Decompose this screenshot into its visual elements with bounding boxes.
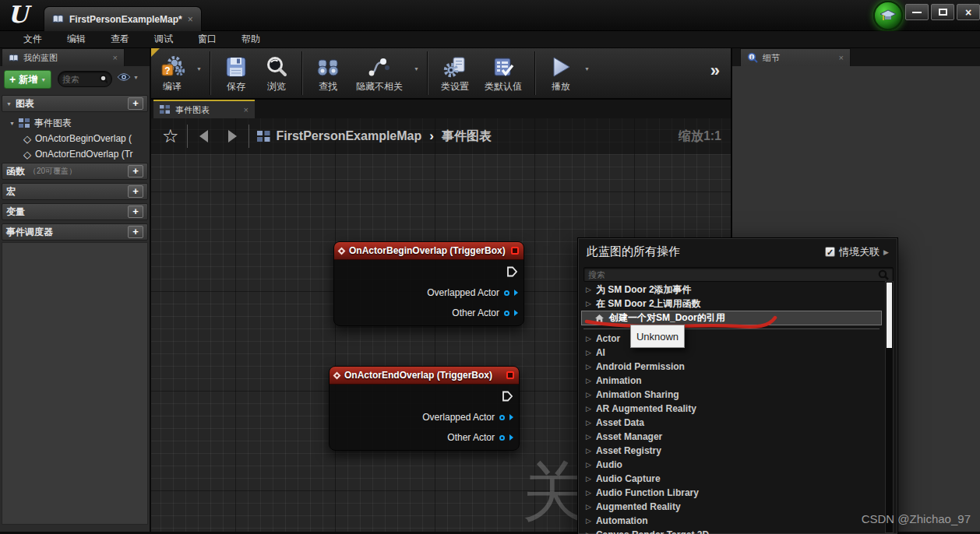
menu-help[interactable]: 帮助: [231, 31, 271, 47]
zoom-level-label: 缩放1:1: [679, 128, 721, 145]
compile-button[interactable]: ? 编译: [151, 48, 193, 98]
popup-create-reference-item[interactable]: 创建一个对SM_Door的引用: [581, 311, 882, 325]
menu-view[interactable]: 查看: [100, 31, 140, 47]
other-actor-pin[interactable]: Other Actor: [452, 307, 518, 318]
add-new-button[interactable]: + 新增 ▼: [4, 70, 51, 89]
exec-output-pin[interactable]: [506, 266, 518, 280]
popup-action-call-function[interactable]: ▷ 在 SM Door 2上调用函数: [579, 297, 884, 311]
popup-search-input[interactable]: [588, 270, 878, 279]
overlapped-actor-pin[interactable]: Overlapped Actor: [422, 412, 513, 423]
blueprint-search-field[interactable]: [58, 71, 112, 87]
object-pin-icon: [499, 415, 505, 420]
popup-scrollbar-thumb[interactable]: [887, 283, 892, 348]
maximize-button[interactable]: [931, 4, 954, 20]
nav-back-icon[interactable]: [196, 128, 213, 145]
graphs-section-header[interactable]: ▼ 图表 +: [2, 95, 148, 112]
details-tab-close-icon[interactable]: ×: [839, 53, 844, 62]
play-options-dropdown[interactable]: ▼: [581, 39, 593, 98]
class-defaults-icon: [491, 54, 516, 79]
my-blueprint-tab[interactable]: 我的蓝图 ×: [2, 48, 125, 66]
overlapped-actor-pin[interactable]: Overlapped Actor: [427, 287, 518, 298]
popup-category-ar-augmented-reality[interactable]: ▷AR Augmented Reality: [579, 402, 884, 416]
asset-tab[interactable]: FirstPersonExampleMap* ×: [44, 6, 202, 31]
popup-scrollbar[interactable]: [885, 281, 894, 533]
add-variable-button[interactable]: +: [128, 206, 143, 218]
macros-section-header[interactable]: 宏 +: [2, 183, 148, 200]
pin-arrow-icon: [509, 414, 513, 420]
tutorial-button[interactable]: [873, 1, 903, 30]
variables-section-header[interactable]: 变量 +: [2, 203, 148, 220]
save-button[interactable]: 保存: [216, 48, 256, 98]
menu-debug[interactable]: 调试: [143, 31, 184, 47]
chevron-right-icon: ▶: [883, 248, 889, 256]
popup-category-animation-sharing[interactable]: ▷Animation Sharing: [579, 388, 884, 402]
popup-category-audio[interactable]: ▷Audio: [579, 458, 884, 472]
find-button[interactable]: 查找: [308, 48, 348, 98]
toolbar-overflow-button[interactable]: »: [710, 61, 731, 86]
popup-category-actor[interactable]: ▷Actor: [579, 332, 884, 346]
nav-forward-icon[interactable]: [224, 128, 241, 145]
event-begin-overlap-item[interactable]: ◇ OnActorBeginOverlap (: [0, 131, 150, 146]
menu-edit[interactable]: 编辑: [56, 31, 97, 47]
popup-category-label: Audio: [596, 459, 622, 470]
expander-icon: ▷: [586, 419, 591, 427]
popup-category-asset-manager[interactable]: ▷Asset Manager: [579, 430, 884, 444]
breadcrumb-current[interactable]: 事件图表: [442, 128, 492, 145]
popup-action-add-event[interactable]: ▷ 为 SM Door 2添加事件: [579, 283, 884, 297]
close-button[interactable]: ×: [957, 4, 980, 20]
popup-category-automation[interactable]: ▷Automation: [579, 514, 884, 528]
visibility-filter-button[interactable]: ▼: [117, 72, 139, 82]
node-on-actor-begin-overlap[interactable]: OnActorBeginOverlap (TriggerBox) Overlap…: [333, 241, 524, 326]
functions-section-header[interactable]: 函数 （20可覆盖） +: [2, 163, 148, 180]
menu-file[interactable]: 文件: [12, 31, 53, 47]
save-floppy-icon: [224, 54, 249, 79]
event-graph-tab[interactable]: 事件图表 ×: [153, 100, 255, 118]
add-macro-button[interactable]: +: [128, 185, 143, 198]
play-button[interactable]: 播放: [541, 48, 581, 98]
popup-category-canvas-render-target[interactable]: ▷Canvas Render Target 2D: [579, 528, 884, 534]
breadcrumb-root[interactable]: FirstPersonExampleMap: [277, 129, 422, 143]
minimize-button[interactable]: [905, 4, 929, 20]
popup-category-label: Asset Data: [596, 417, 644, 428]
popup-category-animation[interactable]: ▷Animation: [579, 374, 884, 388]
compile-label: 编译: [163, 80, 182, 93]
add-function-button[interactable]: +: [128, 165, 143, 177]
graph-tab-close-icon[interactable]: ×: [244, 105, 249, 114]
hide-unrelated-button[interactable]: 隐藏不相关: [348, 48, 411, 98]
class-defaults-button[interactable]: 类默认值: [477, 48, 530, 98]
class-settings-button[interactable]: 类设置: [433, 48, 477, 98]
hide-unrelated-dropdown[interactable]: ▼: [411, 39, 422, 98]
other-actor-pin[interactable]: Other Actor: [447, 432, 513, 443]
asset-tab-close-icon[interactable]: ×: [188, 14, 193, 25]
popup-category-asset-data[interactable]: ▷Asset Data: [579, 416, 884, 430]
popup-category-audio-capture[interactable]: ▷Audio Capture: [579, 472, 884, 486]
node-header[interactable]: OnActorEndOverlap (TriggerBox): [330, 367, 519, 385]
popup-category-label: Canvas Render Target 2D: [596, 529, 709, 534]
checkbox-checked-icon[interactable]: ✓: [825, 247, 835, 257]
details-magnifier-icon: i: [747, 52, 758, 63]
add-graph-button[interactable]: +: [128, 97, 143, 110]
event-graph-item[interactable]: ▼ 事件图表: [0, 115, 150, 131]
popup-title: 此蓝图的所有操作: [587, 244, 680, 259]
node-header[interactable]: OnActorBeginOverlap (TriggerBox): [334, 242, 523, 260]
browse-button[interactable]: 浏览: [256, 48, 297, 98]
popup-search-field[interactable]: [583, 267, 894, 282]
compile-options-dropdown[interactable]: ▼: [193, 39, 205, 98]
popup-category-asset-registry[interactable]: ▷Asset Registry: [579, 444, 884, 458]
popup-category-ai[interactable]: ▷AI: [579, 346, 884, 360]
my-blueprint-tab-close-icon[interactable]: ×: [113, 53, 118, 62]
popup-category-augmented-reality[interactable]: ▷Augmented Reality: [579, 500, 884, 514]
node-on-actor-end-overlap[interactable]: OnActorEndOverlap (TriggerBox) Overlappe…: [329, 366, 520, 451]
context-sensitive-toggle[interactable]: ✓ 情境关联 ▶: [825, 245, 889, 259]
details-tab[interactable]: i 细节 ×: [740, 48, 851, 66]
event-end-overlap-item[interactable]: ◇ OnActorEndOverlap (Tr: [0, 146, 150, 162]
expander-icon: ▷: [586, 475, 591, 483]
add-dispatcher-button[interactable]: +: [128, 226, 143, 238]
dispatchers-section-header[interactable]: 事件调度器 +: [2, 223, 148, 241]
exec-output-pin[interactable]: [502, 391, 513, 405]
expander-icon: ▷: [586, 433, 591, 441]
popup-category-android-permission[interactable]: ▷Android Permission: [579, 360, 884, 374]
favorite-star-icon[interactable]: ☆: [162, 125, 179, 147]
blueprint-search-input[interactable]: [62, 75, 99, 84]
popup-category-audio-function-library[interactable]: ▷Audio Function Library: [579, 486, 884, 500]
